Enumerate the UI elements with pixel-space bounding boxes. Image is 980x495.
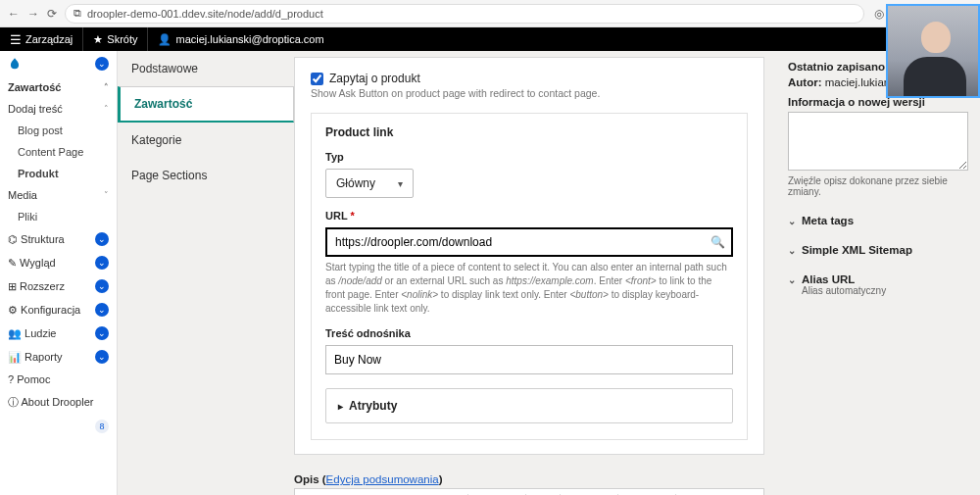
toolbar-user[interactable]: 👤 maciej.lukianski@droptica.com — [148, 27, 333, 51]
vtab-page-sections[interactable]: Page Sections — [118, 158, 294, 193]
meta-tags-section[interactable]: ⌄ Meta tags — [788, 215, 968, 226]
vtab-categories[interactable]: Kategorie — [118, 123, 294, 158]
nav-back-icon[interactable]: ← — [8, 7, 20, 21]
help-label: Pomoc — [17, 373, 50, 385]
chevron-right-icon: ▸ — [338, 401, 343, 412]
product-link-fieldset: Product link Typ Główny ▾ URL * 🔍 Start … — [311, 113, 748, 440]
alias-url-label: Alias URL — [802, 273, 855, 285]
toolbar-manage[interactable]: ☰ Zarządzaj — [0, 27, 83, 51]
chevron-down-icon: ▾ — [398, 178, 403, 189]
sidebar-item-blog-post[interactable]: Blog post — [0, 120, 117, 141]
chevron-down-icon: ⌄ — [95, 256, 109, 270]
xml-sitemap-section[interactable]: ⌄ Simple XML Sitemap — [788, 244, 968, 256]
nav-forward-icon[interactable]: → — [27, 7, 39, 21]
toolbar-shortcuts[interactable]: ★ Skróty — [83, 27, 148, 51]
config-label: Konfiguracja — [21, 304, 80, 316]
shortcuts-label: Skróty — [107, 33, 137, 45]
chevron-down-icon: ⌄ — [788, 274, 796, 285]
sidebar-item-help[interactable]: ? Pomoc — [0, 369, 117, 390]
desc-label: Opis — [294, 473, 319, 485]
revision-help: Zwięźle opisz dokonane przez siebie zmia… — [788, 175, 968, 197]
star-icon: ★ — [93, 33, 103, 46]
reports-count-badge: 8 — [95, 420, 109, 433]
url-label: URL * — [325, 210, 733, 222]
webcam-overlay — [886, 4, 980, 98]
sidebar-item-content[interactable]: Zawartość ˄ — [0, 76, 117, 98]
ask-help-text: Show Ask Button on product page with red… — [311, 87, 748, 99]
type-label: Typ — [325, 151, 733, 163]
sidebar-item-reports[interactable]: 📊 Raporty ⌄ — [0, 345, 117, 369]
gear-icon: ⚙ — [8, 304, 18, 316]
sidebar-item-files[interactable]: Pliki — [0, 206, 117, 227]
address-bar[interactable]: ⧉ droopler-demo-001.ddev.site/node/add/d… — [65, 4, 864, 24]
chevron-up-icon: ˄ — [104, 104, 109, 114]
description-section: Opis (Edycja podsumowania) B I U S X² X₂… — [294, 472, 764, 495]
attributes-accordion[interactable]: ▸ Atrybuty — [325, 388, 733, 423]
user-label: maciej.lukianski@droptica.com — [175, 33, 323, 45]
link-text-input[interactable] — [325, 345, 733, 374]
chevron-down-icon: ⌄ — [788, 245, 796, 256]
people-label: Ludzie — [24, 327, 56, 339]
editor-toolbar-row-1: B I U S X² X₂ T↯ ≡ ≣▾ 🔗 ☰▾ ☷▾ ⇤ — [295, 489, 763, 495]
brush-icon: ✎ — [8, 257, 17, 269]
sidebar-item-structure[interactable]: ⌬ Struktura ⌄ — [0, 227, 117, 251]
chart-icon: 📊 — [8, 351, 22, 363]
admin-sidebar: ⌄ Zawartość ˄ Dodaj treść ˄ Blog post Co… — [0, 51, 118, 495]
node-meta-sidebar: Ostatnio zapisano: Jeszcze Autor: maciej… — [776, 51, 980, 495]
admin-toolbar: ☰ Zarządzaj ★ Skróty 👤 maciej.lukianski@… — [0, 27, 980, 51]
site-info-icon[interactable]: ⧉ — [74, 7, 81, 20]
structure-icon: ⌬ — [8, 233, 18, 245]
add-content-label: Dodaj treść — [8, 103, 63, 115]
ext-icon-1[interactable]: ◎ — [872, 7, 886, 21]
hamburger-icon: ☰ — [10, 32, 22, 47]
url-hint: Start typing the title of a piece of con… — [325, 261, 733, 316]
media-label: Media — [8, 189, 37, 201]
manage-label: Zarządzaj — [25, 33, 73, 45]
vtab-basic[interactable]: Podstawowe — [118, 51, 294, 86]
revision-textarea[interactable] — [788, 112, 968, 171]
extend-label: Rozszerz — [20, 280, 65, 292]
alias-note: Alias automatyczny — [802, 285, 968, 296]
xml-sitemap-label: Simple XML Sitemap — [802, 244, 912, 256]
sidebar-item-extend[interactable]: ⊞ Rozszerz ⌄ — [0, 274, 117, 298]
main-form-area: Zapytaj o produkt Show Ask Button on pro… — [294, 51, 776, 495]
ask-about-product-checkbox[interactable] — [311, 73, 323, 85]
about-label: About Droopler — [21, 396, 93, 408]
reports-label: Raporty — [24, 351, 63, 363]
sidebar-item-config[interactable]: ⚙ Konfiguracja ⌄ — [0, 298, 117, 322]
ask-label: Zapytaj o produkt — [329, 72, 420, 85]
structure-label: Struktura — [21, 233, 65, 245]
sidebar-logo-row[interactable]: ⌄ — [0, 51, 117, 76]
url-text: droopler-demo-001.ddev.site/node/add/d_p… — [87, 8, 323, 20]
chevron-down-icon: ⌄ — [95, 279, 109, 293]
chevron-down-icon: ⌄ — [95, 57, 109, 71]
type-select[interactable]: Główny ▾ — [325, 169, 414, 198]
sidebar-item-product[interactable]: Produkt — [0, 163, 117, 184]
sidebar-item-media[interactable]: Media ˅ — [0, 184, 117, 206]
chevron-down-icon: ⌄ — [95, 326, 109, 340]
sidebar-item-content-page[interactable]: Content Page — [0, 141, 117, 163]
sidebar-item-add-content[interactable]: Dodaj treść ˄ — [0, 98, 117, 120]
sidebar-reports-badge-row: 8 — [0, 415, 117, 438]
chevron-down-icon: ⌄ — [95, 303, 109, 317]
edit-summary-link[interactable]: Edycja podsumowania — [326, 473, 439, 485]
attributes-label: Atrybuty — [349, 399, 397, 413]
chevron-down-icon: ⌄ — [95, 350, 109, 364]
sidebar-item-about[interactable]: ⓘ About Droopler — [0, 390, 117, 415]
help-icon: ? — [8, 373, 14, 385]
vertical-tabs: Podstawowe Zawartość Kategorie Page Sect… — [118, 51, 294, 495]
url-input[interactable] — [325, 227, 733, 257]
nav-reload-icon[interactable]: ⟳ — [47, 7, 57, 21]
chevron-down-icon: ˅ — [104, 190, 109, 200]
link-text-label: Treść odnośnika — [325, 327, 733, 339]
chevron-down-icon: ⌄ — [788, 216, 796, 226]
search-icon[interactable]: 🔍 — [710, 235, 725, 249]
sidebar-item-people[interactable]: 👥 Ludzie ⌄ — [0, 322, 117, 345]
info-icon: ⓘ — [8, 396, 19, 408]
form-panel: Zapytaj o produkt Show Ask Button on pro… — [294, 57, 764, 455]
content-label: Zawartość — [8, 81, 61, 93]
drupal-icon — [8, 57, 22, 71]
vtab-content[interactable]: Zawartość — [118, 86, 294, 123]
alias-url-section[interactable]: ⌄ Alias URL — [788, 273, 968, 285]
sidebar-item-appearance[interactable]: ✎ Wygląd ⌄ — [0, 251, 117, 274]
